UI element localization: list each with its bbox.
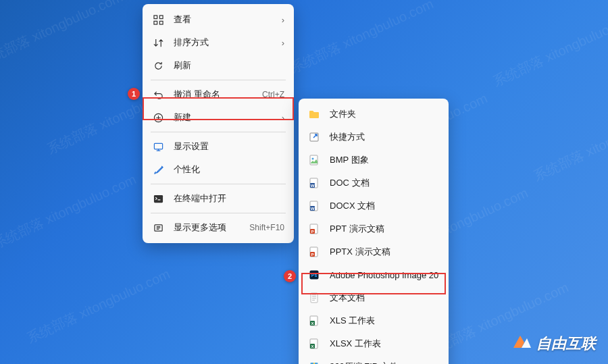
submenu-item-ppt[interactable]: P PPT 演示文稿 (299, 217, 449, 240)
undo-icon (152, 88, 164, 101)
shortcut-text: Shift+F10 (249, 223, 284, 232)
submenu-item-folder[interactable]: 文件夹 (299, 103, 449, 126)
submenu-item-bmp[interactable]: BMP 图象 (299, 149, 449, 172)
watermark: 系统部落 xitongbuluo.com (0, 0, 126, 71)
svg-rect-2 (153, 21, 157, 24)
svg-rect-3 (159, 21, 163, 24)
menu-label: 刷新 (174, 59, 284, 72)
pptx-file-icon: P (308, 246, 320, 258)
menu-item-refresh[interactable]: 刷新 (143, 54, 294, 77)
svg-rect-5 (154, 143, 162, 149)
menu-label: DOC 文档 (330, 177, 439, 189)
ppt-file-icon: P (308, 223, 320, 235)
chevron-right-icon: › (282, 15, 284, 25)
svg-text:P: P (311, 253, 313, 257)
svg-text:X: X (311, 321, 313, 326)
submenu-item-zip[interactable]: 360压缩 ZIP 文件 (299, 355, 449, 364)
menu-item-display-settings[interactable]: 显示设置 (143, 135, 294, 158)
shortcut-text: Ctrl+Z (262, 90, 284, 99)
svg-text:W: W (311, 184, 315, 188)
sort-icon (152, 36, 164, 49)
menu-item-undo[interactable]: 撤消 重命名 Ctrl+Z (143, 83, 294, 106)
menu-label: XLSX 工作表 (330, 338, 439, 350)
watermark: 系统部落 xitongbuluo.com (287, 0, 436, 78)
chevron-right-icon: › (282, 38, 284, 48)
chevron-right-icon: › (282, 113, 284, 123)
separator (151, 132, 286, 132)
text-file-icon (308, 292, 320, 304)
svg-rect-6 (153, 194, 162, 202)
menu-label: 新建 (174, 111, 278, 124)
watermark: 系统部落 xitongbuluo.com (24, 265, 173, 347)
submenu-item-xls[interactable]: X XLS 工作表 (299, 309, 449, 332)
terminal-icon (152, 192, 164, 205)
more-options-icon (152, 222, 164, 234)
menu-label: 360压缩 ZIP 文件 (330, 361, 439, 364)
context-menu-new: 文件夹 快捷方式 BMP 图象 W DOC 文档 W DOCX 文档 P PPT… (299, 99, 449, 364)
separator (151, 184, 286, 184)
menu-item-sort[interactable]: 排序方式 › (143, 31, 294, 54)
brand-watermark: 自由互联 (512, 333, 596, 355)
plus-circle-icon (152, 111, 164, 124)
shortcut-icon (308, 131, 320, 143)
submenu-item-pptx[interactable]: P PPTX 演示文稿 (299, 240, 449, 263)
menu-item-new[interactable]: 新建 › (143, 106, 294, 129)
menu-item-view[interactable]: 查看 › (143, 8, 294, 31)
svg-rect-25 (311, 293, 318, 303)
watermark: 系统部落 xitongbuluo.com (490, 8, 608, 90)
menu-label: 文件夹 (330, 108, 439, 120)
menu-label: 文本文档 (330, 292, 439, 304)
menu-label: 快捷方式 (330, 131, 439, 143)
doc-file-icon: W (308, 177, 320, 189)
brand-logo-icon (512, 333, 532, 355)
folder-icon (308, 108, 320, 120)
menu-label: 排序方式 (174, 36, 278, 49)
watermark: 系统部落 xitongbuluo.com (530, 103, 608, 185)
watermark: 系统部落 xitongbuluo.com (0, 170, 139, 253)
svg-text:W: W (311, 207, 315, 211)
grid-icon (152, 14, 164, 26)
menu-label: Adobe Photoshop Image 20 (330, 270, 439, 280)
menu-label: DOCX 文档 (330, 200, 439, 212)
menu-label: XLS 工作表 (330, 315, 439, 327)
svg-text:X: X (311, 344, 313, 348)
submenu-item-xlsx[interactable]: X XLSX 工作表 (299, 332, 449, 355)
context-menu-primary: 查看 › 排序方式 › 刷新 撤消 重命名 Ctrl+Z 新建 › 显示设置 (143, 4, 294, 243)
xls-file-icon: X (308, 315, 320, 327)
menu-label: 在终端中打开 (174, 192, 284, 205)
svg-text:Ps: Ps (311, 273, 318, 278)
separator (151, 80, 286, 80)
bmp-file-icon (308, 154, 320, 166)
menu-item-terminal[interactable]: 在终端中打开 (143, 187, 294, 210)
submenu-item-txt[interactable]: 文本文档 (299, 286, 449, 309)
annotation-badge-1: 1 (128, 88, 140, 100)
submenu-item-doc[interactable]: W DOC 文档 (299, 172, 449, 194)
zip-file-icon (308, 361, 320, 364)
submenu-item-docx[interactable]: W DOCX 文档 (299, 194, 449, 217)
svg-rect-0 (153, 15, 157, 18)
menu-label: 显示更多选项 (174, 222, 249, 234)
brush-icon (152, 163, 164, 176)
display-icon (152, 140, 164, 153)
photoshop-file-icon: Ps (308, 269, 320, 281)
separator (151, 213, 286, 213)
refresh-icon (152, 59, 164, 72)
menu-label: 个性化 (174, 163, 284, 176)
svg-rect-1 (159, 15, 163, 18)
brand-text: 自由互联 (536, 334, 596, 354)
menu-label: PPTX 演示文稿 (330, 246, 439, 258)
submenu-item-psd[interactable]: Ps Adobe Photoshop Image 20 (299, 263, 449, 286)
menu-label: 查看 (174, 14, 278, 26)
menu-label: PPT 演示文稿 (330, 223, 439, 235)
xlsx-file-icon: X (308, 338, 320, 350)
menu-label: 显示设置 (174, 140, 284, 153)
docx-file-icon: W (308, 200, 320, 212)
menu-item-personalize[interactable]: 个性化 (143, 158, 294, 181)
svg-point-10 (312, 158, 314, 160)
menu-item-more-options[interactable]: 显示更多选项 Shift+F10 (143, 216, 294, 239)
annotation-badge-2: 2 (284, 270, 296, 282)
menu-label: 撤消 重命名 (174, 88, 262, 101)
submenu-item-shortcut[interactable]: 快捷方式 (299, 126, 449, 149)
svg-text:P: P (311, 230, 313, 234)
menu-label: BMP 图象 (330, 154, 439, 166)
